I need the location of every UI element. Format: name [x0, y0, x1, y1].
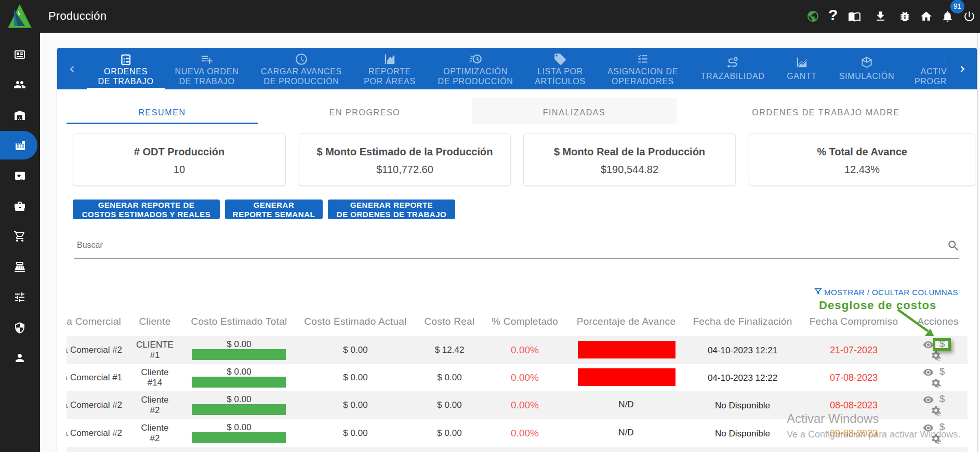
- svg-text:2: 2: [123, 60, 125, 64]
